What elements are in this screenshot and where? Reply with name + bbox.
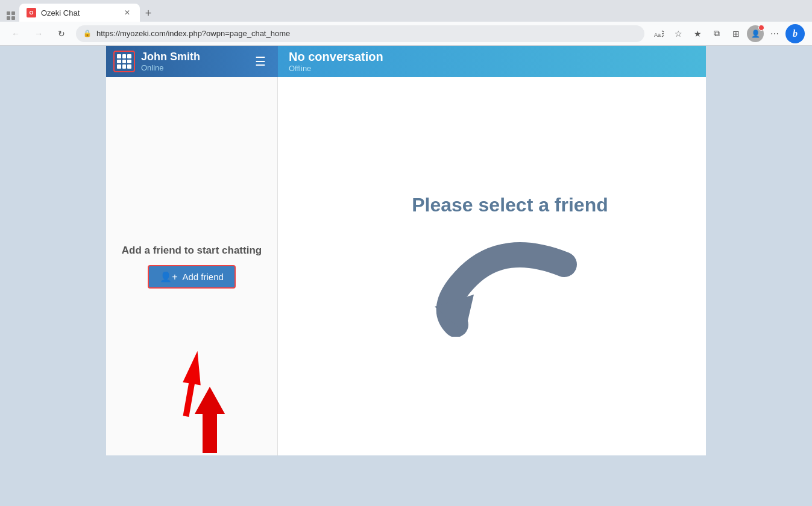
grid-cell xyxy=(127,60,131,64)
address-bar: ← → ↻ 🔒 https://myozeki.com/index.php?ow… xyxy=(0,22,812,46)
extensions-icon[interactable]: ⊞ xyxy=(728,25,744,42)
svg-rect-2 xyxy=(7,16,10,20)
svg-text:Aa: Aa xyxy=(654,32,661,38)
back-button[interactable]: ← xyxy=(7,25,24,42)
active-tab[interactable]: O Ozeki Chat ✕ xyxy=(19,4,140,22)
main-conversation-area: Please select a friend xyxy=(278,77,706,455)
chat-app: John Smith Online ☰ No conversation Offl… xyxy=(106,46,706,455)
user-info: John Smith Online xyxy=(141,51,200,72)
svg-line-5 xyxy=(662,31,664,32)
menu-button[interactable]: ☰ xyxy=(250,52,271,71)
add-friend-button-label: Add friend xyxy=(182,272,223,282)
page-icon[interactable] xyxy=(5,10,17,22)
grid-cell xyxy=(117,64,121,69)
user-status: Online xyxy=(141,63,200,72)
svg-rect-3 xyxy=(11,16,15,20)
tab-title: Ozeki Chat xyxy=(41,8,80,17)
tab-bar: O Ozeki Chat ✕ + xyxy=(0,0,812,22)
new-tab-button[interactable]: + xyxy=(140,5,157,22)
read-aloud-icon[interactable]: Aa xyxy=(650,25,667,42)
browser-frame: O Ozeki Chat ✕ + ← → ↻ 🔒 https://myozeki… xyxy=(0,0,812,506)
svg-rect-1 xyxy=(11,11,15,15)
header-right: No conversation Offline xyxy=(278,46,706,77)
header-left: John Smith Online ☰ xyxy=(106,46,278,77)
address-text: https://myozeki.com/index.php?owpn=page_… xyxy=(96,29,290,38)
lock-icon: 🔒 xyxy=(83,30,92,37)
add-person-icon: 👤+ xyxy=(160,271,177,283)
more-options-button[interactable]: ⋯ xyxy=(766,25,783,42)
chat-body: Add a friend to start chatting 👤+ Add fr… xyxy=(106,77,706,455)
chat-header: John Smith Online ☰ No conversation Offl… xyxy=(106,46,706,77)
conversation-title: No conversation xyxy=(289,50,383,64)
red-pointer-arrow xyxy=(186,384,234,458)
tab-favicon: O xyxy=(27,8,36,17)
empty-state: Please select a friend xyxy=(376,194,608,339)
collections-icon[interactable]: ⧉ xyxy=(708,25,725,42)
grid-cell xyxy=(122,54,127,58)
ozeki-logo xyxy=(113,51,135,72)
grid-cell xyxy=(122,60,127,64)
user-name: John Smith xyxy=(141,51,200,63)
grid-cell xyxy=(122,64,127,69)
tab-close-button[interactable]: ✕ xyxy=(122,7,133,18)
svg-rect-0 xyxy=(7,11,10,15)
select-friend-prompt: Please select a friend xyxy=(412,194,608,216)
refresh-button[interactable]: ↻ xyxy=(53,25,70,42)
address-input[interactable]: 🔒 https://myozeki.com/index.php?owpn=pag… xyxy=(76,25,644,42)
grid-cell xyxy=(117,54,121,58)
svg-line-7 xyxy=(662,36,664,37)
app-content: John Smith Online ☰ No conversation Offl… xyxy=(0,46,812,506)
toolbar-icons: Aa ☆ ★ ⧉ ⊞ 👤 ⋯ b xyxy=(650,24,805,43)
favorites-icon[interactable]: ☆ xyxy=(670,25,687,42)
add-friend-button[interactable]: 👤+ Add friend xyxy=(148,265,236,289)
sidebar-content: Add a friend to start chatting 👤+ Add fr… xyxy=(110,233,274,301)
grid-cell xyxy=(127,64,131,69)
grid-cell xyxy=(127,54,131,58)
sidebar: Add a friend to start chatting 👤+ Add fr… xyxy=(106,77,278,455)
bing-button[interactable]: b xyxy=(785,24,805,43)
forward-button[interactable]: → xyxy=(30,25,47,42)
conversation-status: Offline xyxy=(289,64,383,73)
grid-cell xyxy=(117,60,121,64)
favorites-bar-icon[interactable]: ★ xyxy=(689,25,706,42)
curved-arrow-graphic xyxy=(395,228,588,339)
add-friend-prompt: Add a friend to start chatting xyxy=(122,245,262,257)
svg-marker-9 xyxy=(195,387,225,453)
profile-avatar[interactable]: 👤 xyxy=(747,25,764,42)
